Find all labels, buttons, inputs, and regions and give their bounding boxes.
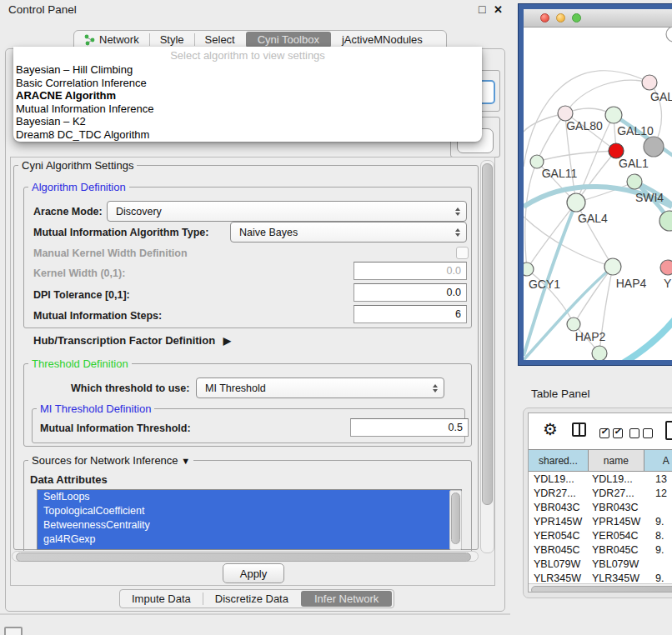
dpi-tolerance-label: DPI Tolerance [0,1]: <box>33 289 130 301</box>
settings-vscrollbar[interactable] <box>480 160 494 553</box>
desktop: { "control_panel": { "title": "Control P… <box>0 0 672 635</box>
settings-vscrollbar-thumb[interactable] <box>482 163 493 505</box>
show-columns-icon[interactable] <box>599 427 626 442</box>
mi-type-select[interactable]: Naive Bayes <box>230 222 467 242</box>
tab-discretize-data[interactable]: Discretize Data <box>203 590 300 608</box>
algorithm-option[interactable]: Basic Correlation Inference <box>13 77 482 90</box>
sources-group-title[interactable]: Sources for Network Inference ▼ <box>28 454 193 467</box>
attribute-item[interactable]: gal4RGexp <box>38 532 461 547</box>
collapse-arrow-icon: ▼ <box>181 456 190 466</box>
split-view-icon[interactable] <box>572 422 586 437</box>
dpi-tolerance-field[interactable]: 0.0 <box>354 283 467 302</box>
tab-impute-data[interactable]: Impute Data <box>120 590 203 608</box>
aracne-mode-label: Aracne Mode: <box>33 206 103 218</box>
algorithm-option[interactable]: Bayesian – K2 <box>13 115 482 128</box>
close-button[interactable] <box>540 13 549 22</box>
node-gal-pink <box>642 75 657 90</box>
node-label: HAP4 <box>616 277 647 290</box>
gear-icon[interactable]: ⚙ <box>543 419 558 439</box>
node-label: GAL10 <box>617 124 654 138</box>
aracne-mode-select[interactable]: Discovery <box>107 201 467 222</box>
network-window[interactable]: GAL GAL80 GAL10 GAL1 GAL11 SWI4 GAL4 GCY… <box>519 4 672 365</box>
attribute-item[interactable]: TopologicalCoefficient <box>38 504 461 518</box>
algorithm-option[interactable]: Mutual Information Inference <box>13 102 482 116</box>
panel-title: Control Panel <box>8 3 77 16</box>
node-label: GAL4 <box>578 212 608 225</box>
attributes-list[interactable]: SelfLoops TopologicalCoefficient Between… <box>37 489 462 550</box>
mi-steps-field[interactable]: 6 <box>354 305 467 323</box>
manual-kernel-checkbox[interactable] <box>456 247 469 259</box>
column-header-shared[interactable]: shared... <box>529 450 589 471</box>
node-label: Y <box>664 277 672 290</box>
network-icon <box>84 34 95 46</box>
minimized-panel-icon[interactable] <box>4 627 23 635</box>
table-rows: YDL19...YDL19...13 YDR27...YDR27...12 YB… <box>529 472 672 589</box>
node-label: SWI4 <box>635 191 664 204</box>
stepper-arrows-icon <box>433 384 438 392</box>
bottom-divider <box>0 613 510 615</box>
table-header: shared... name A <box>529 449 672 472</box>
attribute-item[interactable]: BetweennessCentrality <box>38 518 461 532</box>
tab-network[interactable]: Network <box>74 31 149 48</box>
threshold-definition-title: Threshold Definition <box>28 358 132 370</box>
settings-hscrollbar-thumb[interactable] <box>16 552 471 562</box>
node-gray <box>644 137 664 157</box>
minimize-button[interactable] <box>556 13 565 22</box>
node-gal10 <box>605 107 622 123</box>
node-label: HAP2 <box>575 330 606 343</box>
attributes-scrollbar-thumb[interactable] <box>451 492 460 544</box>
node-gal4 <box>567 193 585 212</box>
tab-cyni-toolbox[interactable]: Cyni Toolbox <box>246 32 331 48</box>
control-panel-titlebar: Control Panel □ ✕ <box>0 0 510 20</box>
table-row[interactable]: YBR043CYBR043C <box>529 501 672 515</box>
network-canvas[interactable]: GAL GAL80 GAL10 GAL1 GAL11 SWI4 GAL4 GCY… <box>524 27 672 360</box>
tab-style[interactable]: Style <box>150 31 194 48</box>
manual-kernel-label: Manual Kernel Width Definition <box>33 248 188 259</box>
table-panel-title: Table Panel <box>531 388 590 400</box>
settings-hscrollbar[interactable] <box>12 551 479 562</box>
tab-jactivemnodules[interactable]: jActiveMNodules <box>332 31 433 48</box>
node-right-large <box>659 211 672 231</box>
algorithm-option[interactable]: Dream8 DC_TDC Algorithm <box>13 128 482 142</box>
cyni-algorithm-settings-title: Cyni Algorithm Settings <box>18 159 137 172</box>
node-label: GAL1 <box>619 157 649 170</box>
table-hscrollbar-thumb[interactable] <box>531 586 672 592</box>
network-edge-thick <box>617 317 672 360</box>
hub-section-toggle[interactable]: Hub/Transcription Factor Definition ▶ <box>33 334 231 347</box>
attributes-list-scrollbar[interactable] <box>449 490 462 550</box>
stepper-arrows-icon <box>455 208 460 216</box>
table-row[interactable]: YPR145WYPR145W9. <box>529 515 672 529</box>
algorithm-option[interactable]: ARACNE Algorithm <box>13 89 482 102</box>
table-row[interactable]: YER054CYER054C8. <box>529 529 672 543</box>
algorithm-option[interactable]: Bayesian – Hill Climbing <box>13 63 482 77</box>
zoom-button[interactable] <box>572 13 581 22</box>
table-frame: ⚙ shared... name A YDL19...YDL19...13 YD… <box>528 412 672 592</box>
tab-infer-network[interactable]: Infer Network <box>301 591 392 607</box>
table-row[interactable]: YBL079WYBL079W <box>529 558 672 572</box>
network-window-titlebar[interactable] <box>524 9 672 28</box>
which-threshold-select[interactable]: MI Threshold <box>196 378 444 398</box>
table-hscrollbar[interactable] <box>529 583 672 592</box>
column-header-name[interactable]: name <box>589 450 644 471</box>
export-table-icon[interactable] <box>665 421 672 440</box>
data-attributes-label: Data Attributes <box>30 473 108 486</box>
close-panel-icon[interactable]: ✕ <box>494 3 503 16</box>
node-partial-corner <box>666 27 672 42</box>
column-header-partial[interactable]: A <box>644 450 672 471</box>
table-row[interactable]: YDR27...YDR27...12 <box>529 487 672 501</box>
float-window-icon[interactable]: □ <box>479 2 485 16</box>
table-row[interactable]: YDL19...YDL19...13 <box>529 472 672 487</box>
mi-threshold-label: Mutual Information Threshold: <box>40 422 191 434</box>
mi-threshold-field[interactable]: 0.5 <box>350 418 469 437</box>
node-label: GAL80 <box>566 119 603 132</box>
table-row[interactable]: YBR045CYBR045C9. <box>529 543 672 558</box>
apply-button[interactable]: Apply <box>223 563 284 583</box>
kernel-width-field[interactable]: 0.0 <box>354 262 467 280</box>
attribute-item[interactable]: SelfLoops <box>38 490 461 504</box>
which-threshold-label: Which threshold to use: <box>71 382 189 394</box>
tab-select[interactable]: Select <box>195 31 245 48</box>
mi-type-value: Naive Bayes <box>231 227 298 238</box>
hide-columns-icon[interactable] <box>629 427 656 442</box>
node-label: GCY1 <box>529 278 560 291</box>
kernel-width-label: Kernel Width (0,1): <box>33 268 125 279</box>
